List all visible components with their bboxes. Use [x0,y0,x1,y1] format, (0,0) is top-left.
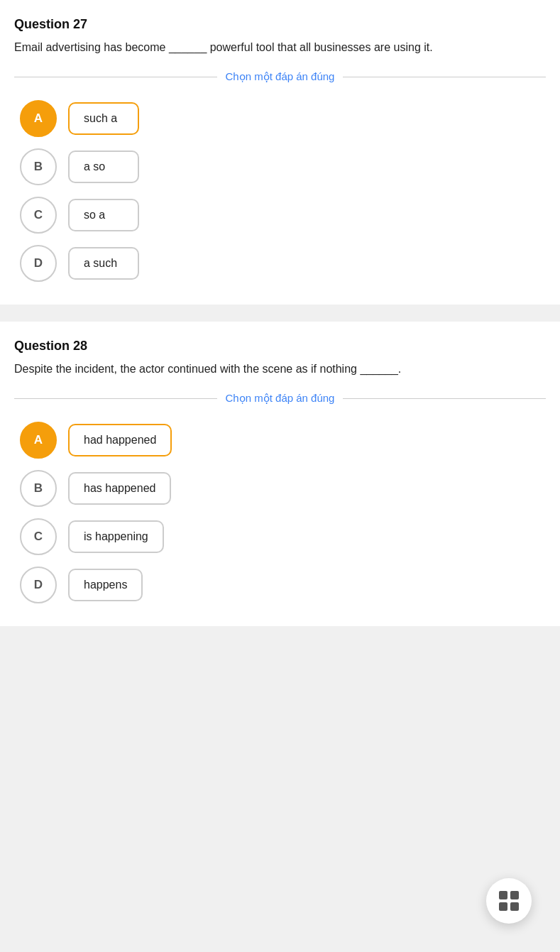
question-28-title: Question 28 [14,339,546,354]
option-28-b-circle[interactable]: B [20,470,57,507]
grid-icon [499,891,519,911]
option-28-a-circle[interactable]: A [20,422,57,459]
option-28-c-circle[interactable]: C [20,518,57,555]
option-28-a-row: A had happened [20,422,540,459]
option-28-b-row: B has happened [20,470,540,507]
divider-line-right-28 [343,398,546,399]
option-27-d-box[interactable]: a such [68,247,139,280]
option-27-b-circle[interactable]: B [20,148,57,185]
divider-line-left [14,77,217,77]
option-27-a-row: A such a [20,100,540,137]
question-28-options: A had happened B has happened C is happe… [14,422,546,603]
option-28-b-box[interactable]: has happened [68,472,171,505]
option-27-a-circle[interactable]: A [20,100,57,137]
option-27-d-circle[interactable]: D [20,245,57,282]
question-27-divider-label: Chọn một đáp án đúng [217,70,344,83]
option-27-a-box[interactable]: such a [68,102,139,135]
divider-line-left-28 [14,398,217,399]
question-27-title: Question 27 [14,17,546,32]
question-28-card: Question 28 Despite the incident, the ac… [0,322,560,626]
fab-menu-button[interactable] [486,878,532,924]
option-28-a-box[interactable]: had happened [68,424,172,456]
question-28-text: Despite the incident, the actor continue… [14,361,546,378]
grid-cell-3 [499,902,507,911]
divider-line-right [343,77,546,77]
option-27-b-row: B a so [20,148,540,185]
grid-cell-1 [499,891,507,899]
option-28-c-row: C is happening [20,518,540,555]
card-spacer [0,313,560,322]
grid-cell-4 [510,902,519,911]
question-27-card: Question 27 Email advertising has become… [0,0,560,305]
option-28-d-box[interactable]: happens [68,569,143,601]
option-28-c-box[interactable]: is happening [68,520,164,553]
question-27-options: A such a B a so C so a D a such [14,100,546,282]
option-27-c-circle[interactable]: C [20,197,57,234]
option-27-b-box[interactable]: a so [68,151,139,183]
question-28-divider: Chọn một đáp án đúng [14,392,546,405]
question-27-text: Email advertising has become ______ powe… [14,39,546,56]
grid-cell-2 [510,891,519,899]
option-27-c-box[interactable]: so a [68,199,139,231]
question-27-divider: Chọn một đáp án đúng [14,70,546,83]
option-27-d-row: D a such [20,245,540,282]
option-28-d-circle[interactable]: D [20,567,57,603]
question-28-divider-label: Chọn một đáp án đúng [217,392,344,405]
option-27-c-row: C so a [20,197,540,234]
option-28-d-row: D happens [20,567,540,603]
